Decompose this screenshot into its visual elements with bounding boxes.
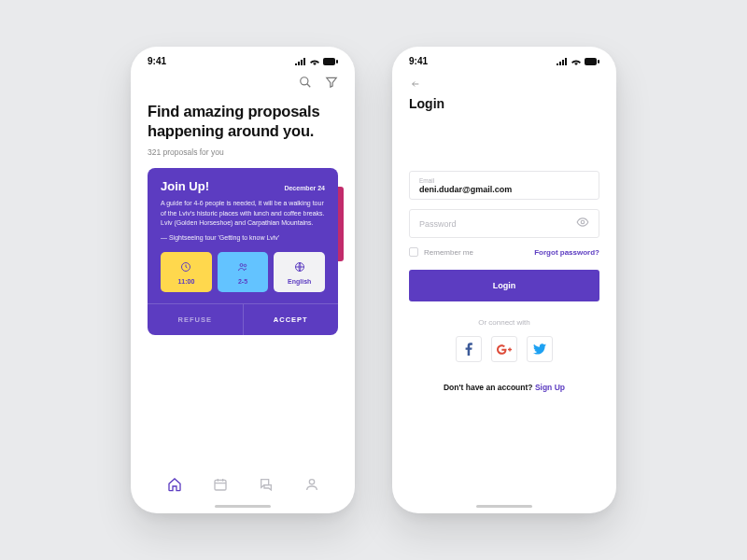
status-icons [557,58,599,65]
social-facebook[interactable] [456,336,482,362]
phone-proposals: 9:41 Find amazing proposals happening ar… [131,47,355,513]
battery-icon [323,58,338,65]
chip-lang-value: English [288,278,311,285]
password-label: Password [419,216,589,232]
forgot-password-link[interactable]: Forgot password? [534,248,599,257]
chip-time-value: 11:00 [177,278,194,285]
status-time: 9:41 [409,56,428,66]
svg-rect-8 [215,480,226,490]
svg-point-9 [309,480,314,484]
signal-icon [295,58,306,65]
svg-point-5 [240,263,243,266]
email-label: Email [419,177,589,184]
home-indicator [476,505,532,508]
signup-link[interactable]: Sign Up [535,383,565,392]
status-icons [295,58,338,65]
facebook-icon [465,343,472,356]
chip-people-value: 2-5 [238,278,247,285]
svg-point-12 [581,220,585,224]
svg-line-3 [307,84,311,88]
email-field[interactable]: Email deni.dudar@gmail.com [409,171,599,200]
svg-rect-10 [585,58,597,65]
clock-icon [180,261,191,273]
tab-home[interactable] [167,477,182,496]
social-twitter[interactable] [527,336,553,362]
chip-language[interactable]: English [274,252,325,292]
or-connect-label: Or connect with [409,318,599,327]
google-plus-icon [497,344,512,355]
svg-rect-11 [598,60,599,63]
wifi-icon [571,58,582,65]
status-bar: 9:41 [131,47,355,70]
login-title: Login [409,96,599,111]
remember-label: Remember me [424,248,473,257]
svg-point-2 [301,77,308,85]
chip-people[interactable]: 2-5 [218,252,269,292]
login-button[interactable]: Login [409,270,599,301]
signup-prompt: Don't have an account? [444,383,535,392]
card-description: A guide for 4-6 people is needed, it wil… [161,199,325,229]
proposal-count: 321 proposals for you [148,147,338,157]
next-card-peek [338,187,344,261]
battery-icon [585,58,599,65]
card-title: Join Up! [161,179,209,193]
remember-me[interactable]: Remember me [409,247,473,257]
status-bar: 9:41 [392,47,616,70]
phone-login: 9:41 Login Email deni.dudar@gmail.com Pa… [392,47,616,513]
tab-calendar[interactable] [213,477,228,496]
tab-bar [131,468,355,501]
refuse-button[interactable]: REFUSE [148,304,244,335]
tab-profile[interactable] [304,477,319,496]
password-field[interactable]: Password [409,209,599,238]
card-source: — Sightseeing tour 'Getting to know Lviv… [161,234,325,241]
signal-icon [557,58,568,65]
eye-icon[interactable] [576,216,589,232]
filter-icon[interactable] [325,76,338,92]
people-icon [237,261,248,273]
wifi-icon [309,58,320,65]
remember-checkbox[interactable] [409,247,418,257]
card-date: December 24 [284,185,325,191]
back-button[interactable] [409,76,599,92]
home-indicator [215,505,271,508]
globe-icon [294,261,305,273]
email-value: deni.dudar@gmail.com [419,185,589,194]
page-headline: Find amazing proposals happening around … [148,102,338,140]
social-google[interactable] [491,336,517,362]
tab-chat[interactable] [259,477,274,496]
chip-time[interactable]: 11:00 [161,252,212,292]
svg-point-6 [244,264,247,267]
search-icon[interactable] [299,76,312,92]
accept-button[interactable]: ACCEPT [244,304,339,335]
twitter-icon [533,343,546,355]
signup-line: Don't have an account? Sign Up [409,383,599,392]
status-time: 9:41 [148,56,166,66]
proposal-card[interactable]: Join Up! December 24 A guide for 4-6 peo… [148,168,338,335]
svg-rect-1 [336,60,338,63]
svg-rect-0 [323,58,335,65]
